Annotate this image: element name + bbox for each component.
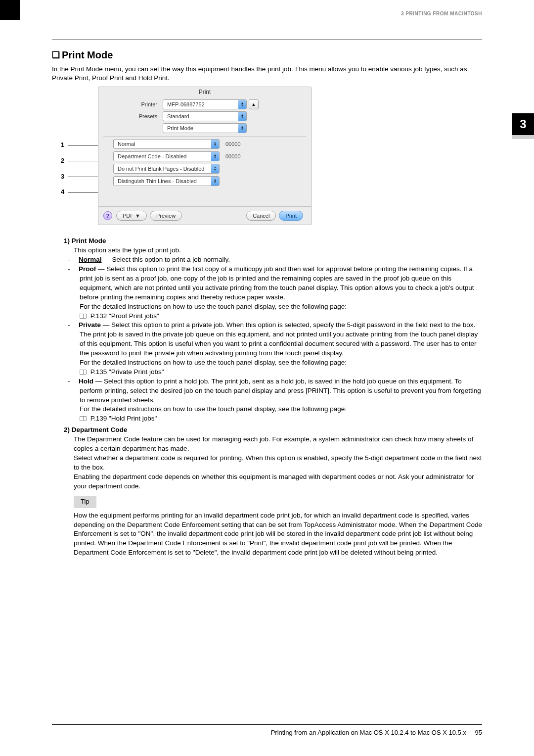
description-list: 1) Print Mode This option sets the type … (52, 236, 482, 558)
section-title-text: Print Mode (62, 49, 113, 60)
private-ref: P.135 "Private Print jobs" (80, 368, 482, 377)
book-icon (80, 370, 87, 375)
proof-detail: For the detailed instructions on how to … (80, 302, 482, 312)
blank-pages-select[interactable]: Do not Print Blank Pages - Disabled ▲▼ (113, 164, 220, 174)
chevrons-icon: ▲▼ (238, 100, 246, 109)
chapter-tab: 3 (512, 113, 534, 135)
dept-p2: Select whether a department code is requ… (74, 454, 482, 472)
proof-ref: P.132 "Proof Print jobs" (80, 312, 482, 321)
dialog-figure: 1 2 3 4 Print Printer: MFP-06887752 ▲▼ ▲… (61, 87, 367, 228)
print-mode-select[interactable]: Normal ▲▼ (113, 139, 220, 149)
book-icon (80, 416, 87, 421)
printer-label: Printer: (98, 101, 163, 107)
print-dialog: Print Printer: MFP-06887752 ▲▼ ▲ Presets… (98, 87, 312, 225)
item-number: 1) (64, 237, 70, 244)
page-number: 95 (475, 729, 482, 736)
printer-select[interactable]: MFP-06887752 ▲▼ (163, 99, 247, 109)
option-value: Do not Print Blank Pages - Disabled (114, 166, 208, 172)
bullet-square-icon: ❏ (52, 49, 60, 60)
callout-1: 1 (61, 141, 64, 148)
callout-3: 3 (61, 173, 64, 180)
expand-button[interactable]: ▲ (249, 99, 259, 109)
chevrons-icon: ▲▼ (211, 140, 219, 148)
option-value: Normal (114, 141, 139, 147)
pdf-button[interactable]: PDF ▼ (116, 211, 147, 221)
chevrons-icon: ▲▼ (211, 164, 219, 173)
code-field: 00000 (225, 153, 241, 159)
private-detail: For the detailed instructions on how to … (80, 358, 482, 368)
dialog-footer: ? PDF ▼ Preview Cancel Print (98, 206, 311, 225)
header-breadcrumb: 3 PRINTING FROM MACINTOSH (401, 11, 482, 16)
dept-p3: Enabling the department code depends on … (74, 472, 482, 491)
dialog-title: Print (98, 87, 311, 97)
page-footer: Printing from an Application on Mac OS X… (52, 724, 482, 736)
section-intro: In the Print Mode menu, you can set the … (52, 65, 482, 83)
code-field: 00000 (225, 141, 241, 147)
item-number: 2) (64, 426, 70, 433)
chapter-tab-shadow (512, 135, 534, 139)
option-hold: -Hold — Select this option to print a ho… (74, 377, 482, 405)
header-rule (52, 40, 482, 40)
tip-label: Tip (74, 496, 96, 508)
dept-p1: The Department Code feature can be used … (74, 435, 482, 454)
item-title: Department Code (72, 426, 128, 433)
chevrons-icon: ▲▼ (211, 177, 219, 186)
chevrons-icon: ▲▼ (238, 124, 246, 133)
hold-ref: P.139 "Hold Print jobs" (80, 414, 482, 424)
chevrons-icon: ▲▼ (238, 112, 246, 121)
panel-select[interactable]: Print Mode ▲▼ (163, 123, 247, 133)
callout-2: 2 (61, 157, 64, 164)
option-value: Department Code - Disabled (114, 153, 190, 159)
panel-value: Print Mode (163, 125, 197, 131)
presets-value: Standard (163, 113, 193, 119)
cancel-button[interactable]: Cancel (246, 211, 276, 221)
preview-button[interactable]: Preview (150, 211, 182, 221)
chevrons-icon: ▲▼ (211, 152, 219, 161)
hold-detail: For the detailed instructions on how to … (80, 405, 482, 414)
help-button[interactable]: ? (103, 211, 112, 220)
page-content: ❏Print Mode In the Print Mode menu, you … (52, 49, 482, 558)
option-value: Distinguish Thin Lines - Disabled (114, 178, 201, 184)
book-icon (80, 314, 87, 319)
option-private: -Private — Select this option to print a… (74, 321, 482, 358)
option-normal: -Normal — Select this option to print a … (74, 255, 482, 265)
presets-select[interactable]: Standard ▲▼ (163, 111, 247, 121)
print-button[interactable]: Print (279, 211, 303, 221)
item-lead: This option sets the type of print job. (74, 246, 482, 255)
footer-text: Printing from an Application on Mac OS X… (271, 729, 466, 736)
presets-label: Presets: (98, 113, 163, 119)
callout-4: 4 (61, 188, 64, 195)
corner-block (0, 0, 20, 20)
dept-code-select[interactable]: Department Code - Disabled ▲▼ (113, 151, 220, 161)
item-title: Print Mode (72, 237, 106, 244)
thin-lines-select[interactable]: Distinguish Thin Lines - Disabled ▲▼ (113, 176, 220, 186)
tip-body: How the equipment performs printing for … (74, 511, 482, 558)
section-title: ❏Print Mode (52, 49, 482, 61)
printer-value: MFP-06887752 (163, 101, 209, 107)
option-proof: -Proof — Select this option to print the… (74, 265, 482, 302)
